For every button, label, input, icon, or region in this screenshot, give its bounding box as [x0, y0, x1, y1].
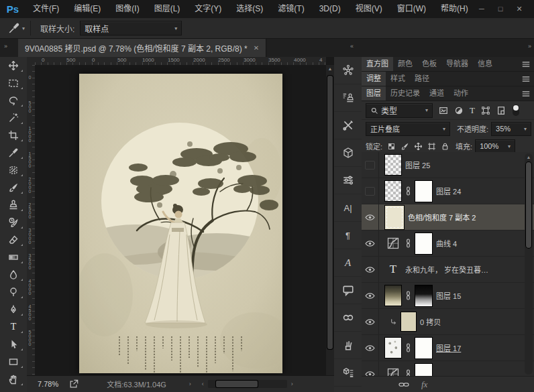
text-layer-icon[interactable]: T [385, 263, 401, 276]
scroll-right-icon[interactable]: › [291, 381, 293, 387]
history-brush-tool[interactable] [0, 214, 27, 231]
hand-tool[interactable] [0, 371, 27, 388]
pen-tool[interactable] [0, 301, 27, 318]
layer-mask-thumbnail[interactable] [415, 364, 432, 377]
opacity-field[interactable]: 35% ▾ [491, 122, 531, 136]
visibility-toggle[interactable] [362, 257, 379, 282]
layer-row-0-copy[interactable]: 0 拷贝 [362, 309, 534, 335]
layer-thumbnail[interactable] [385, 155, 401, 175]
adjustment-layer-icon[interactable] [385, 364, 401, 377]
layer-row-hue-saturation[interactable]: 色相/饱和度 7 副本 2 [362, 204, 534, 231]
lock-pixels-icon[interactable] [400, 142, 409, 151]
paragraph-panel-icon[interactable]: ¶ [334, 222, 362, 249]
document-tab[interactable]: 9V0A0885 拷贝.psd @ 7.78% (色相/饱和度 7 副本 2, … [18, 39, 266, 57]
tab-adjustments[interactable]: 调整 [362, 72, 386, 86]
lock-transparency-icon[interactable] [387, 142, 396, 151]
fill-field[interactable]: 100% ▾ [475, 139, 515, 153]
layer-style-fx-icon[interactable]: fx [421, 379, 427, 390]
layer-name[interactable]: 色相/饱和度 7 副本 2 [408, 212, 476, 222]
filter-adjustment-layers-icon[interactable] [454, 106, 464, 115]
lock-position-icon[interactable] [414, 142, 423, 151]
rectangle-tool[interactable] [0, 353, 27, 371]
layer-thumbnail[interactable] [385, 181, 401, 201]
lock-artboard-icon[interactable] [427, 142, 436, 151]
menu-image[interactable]: 图像(I) [108, 0, 146, 18]
tab-channels[interactable]: 通道 [425, 86, 449, 101]
sample-size-dropdown[interactable]: 取样点 ▾ [80, 21, 182, 36]
zoom-level-field[interactable]: 7.78% [38, 380, 58, 388]
menu-view[interactable]: 视图(V) [348, 0, 390, 18]
filter-type-layers-icon[interactable]: T [470, 105, 475, 116]
document-canvas-image[interactable] [79, 74, 282, 373]
maximize-button[interactable]: □ [491, 0, 510, 17]
glyphs-panel-icon[interactable]: A [334, 249, 362, 277]
tab-close-icon[interactable]: ✕ [254, 44, 259, 52]
properties-panel-icon[interactable] [334, 359, 362, 387]
tab-histogram[interactable]: 直方图 [362, 57, 393, 71]
libraries-panel-icon[interactable] [334, 304, 362, 332]
brushes-panel-icon[interactable] [334, 332, 362, 359]
brush-tool[interactable] [0, 179, 27, 196]
tool-presets-icon[interactable] [334, 112, 362, 139]
magic-wand-tool[interactable] [0, 109, 27, 127]
mask-link-icon[interactable] [405, 291, 411, 300]
layer-mask-thumbnail[interactable] [415, 285, 432, 306]
menu-layer[interactable]: 图层(L) [147, 0, 188, 18]
blur-tool[interactable] [0, 266, 27, 283]
type-tool[interactable]: T [0, 318, 27, 336]
layer-name[interactable]: 曲线 4 [436, 238, 457, 249]
layer-filter-type-dropdown[interactable]: 类型 ▾ [366, 103, 433, 118]
scrollbar-thumb[interactable] [216, 381, 258, 387]
scroll-left-icon[interactable]: ‹ [202, 381, 204, 387]
tab-history[interactable]: 历史记录 [386, 86, 425, 101]
menu-type[interactable]: 文字(Y) [187, 0, 229, 18]
color-themes-icon[interactable] [334, 57, 362, 84]
tab-info[interactable]: 信息 [473, 57, 497, 71]
notes-panel-icon[interactable] [334, 277, 362, 304]
toolbar-collapse-icon[interactable]: ›› [4, 43, 7, 50]
dock-collapse-icon[interactable]: ‹‹ [350, 43, 353, 50]
filter-pixel-layers-icon[interactable] [439, 106, 448, 115]
menu-help[interactable]: 帮助(H) [433, 0, 476, 18]
visibility-toggle[interactable] [362, 231, 379, 256]
3d-panel-icon[interactable] [334, 139, 362, 167]
filter-shape-layers-icon[interactable] [481, 106, 490, 115]
tab-swatches[interactable]: 色板 [417, 57, 441, 71]
tab-styles[interactable]: 样式 [386, 72, 410, 86]
eraser-tool[interactable] [0, 231, 27, 249]
visibility-toggle[interactable] [362, 335, 379, 361]
move-tool[interactable] [0, 57, 27, 74]
brush-settings-icon[interactable] [334, 167, 362, 194]
visibility-toggle[interactable] [362, 309, 379, 334]
layer-thumbnail[interactable] [385, 285, 401, 306]
minimize-button[interactable]: ─ [472, 0, 491, 17]
rectangular-marquee-tool[interactable] [0, 74, 27, 92]
link-layers-icon[interactable] [398, 381, 409, 389]
layer-name[interactable]: 永和九年， 岁在癸丑暮… [405, 264, 488, 275]
layer-mask-thumbnail[interactable] [415, 233, 432, 254]
document-viewport[interactable] [35, 65, 326, 376]
scroll-up-icon[interactable]: ▲ [525, 153, 533, 161]
status-options-arrow[interactable]: › [189, 381, 191, 387]
panels-expand-icon[interactable]: ›› [528, 43, 531, 50]
adjustment-layer-icon[interactable] [385, 233, 401, 253]
scrollbar-thumb[interactable] [526, 162, 531, 248]
visibility-toggle[interactable] [362, 361, 379, 377]
panel-menu-icon[interactable] [521, 74, 531, 84]
panel-menu-icon[interactable] [521, 60, 531, 69]
layer-name[interactable]: 图层 25 [405, 159, 430, 170]
tool-preset-picker[interactable]: ▾ [0, 21, 31, 36]
blend-mode-dropdown[interactable]: 正片叠底 ▾ [366, 122, 450, 136]
layer-thumbnail[interactable] [385, 338, 401, 358]
lasso-tool[interactable] [0, 92, 27, 109]
layer-row-15[interactable]: 图层 15 [362, 283, 534, 309]
gradient-tool[interactable] [0, 249, 27, 266]
healing-brush-tool[interactable] [0, 161, 27, 179]
character-panel-icon[interactable]: A| [334, 194, 362, 222]
crop-tool[interactable] [0, 127, 27, 144]
visibility-toggle[interactable] [362, 178, 379, 204]
menu-filter[interactable]: 滤镜(T) [270, 0, 311, 18]
layer-row-25[interactable]: 图层 25 [362, 152, 534, 178]
panel-menu-icon[interactable] [521, 89, 531, 99]
tab-navigator[interactable]: 导航器 [441, 57, 473, 71]
